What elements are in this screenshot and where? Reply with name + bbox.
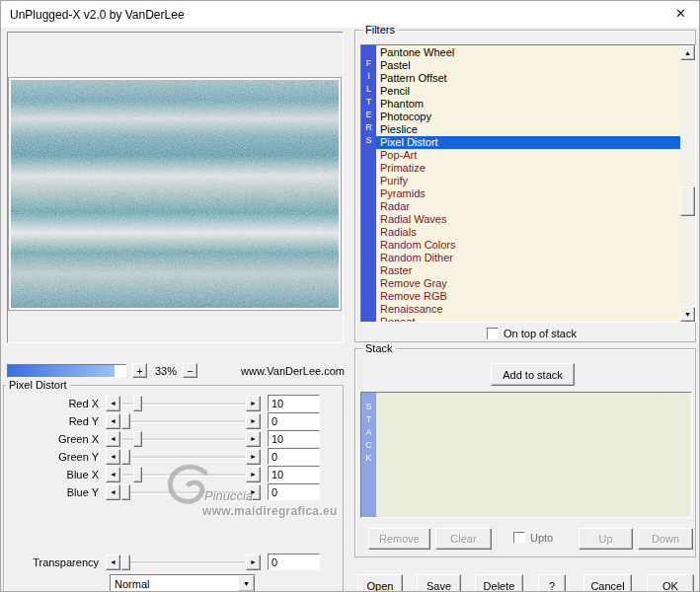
slider-row: Green X◄► bbox=[4, 430, 342, 447]
filter-item[interactable]: Random Dither bbox=[376, 252, 680, 264]
on-top-of-stack-checkbox[interactable] bbox=[487, 328, 499, 339]
filter-item[interactable]: Pastel bbox=[376, 59, 680, 72]
filter-item[interactable]: Raster bbox=[376, 264, 680, 277]
preview-image[interactable] bbox=[11, 80, 339, 308]
stack-vertical-bar: STACK bbox=[361, 393, 376, 517]
slider-value-input[interactable] bbox=[268, 395, 320, 411]
slider-track[interactable] bbox=[120, 431, 246, 447]
save-button[interactable]: Save bbox=[417, 574, 461, 592]
slider-thumb[interactable] bbox=[133, 396, 142, 411]
slider-left-arrow[interactable]: ◄ bbox=[106, 467, 120, 482]
filter-item[interactable]: Purify bbox=[376, 175, 680, 187]
slider-thumb[interactable] bbox=[121, 449, 130, 465]
slider-track[interactable] bbox=[120, 555, 246, 570]
filter-item[interactable]: Pantone Wheel bbox=[376, 46, 680, 59]
remove-button[interactable]: Remove bbox=[368, 528, 430, 550]
slider-right-arrow[interactable]: ► bbox=[246, 555, 261, 570]
filter-item[interactable]: Renaissance bbox=[376, 303, 680, 316]
stack-group-label: Stack bbox=[362, 342, 396, 354]
slider-right-arrow[interactable]: ► bbox=[246, 449, 261, 465]
slider-track[interactable] bbox=[120, 484, 246, 500]
slider-row: Red Y◄► bbox=[4, 412, 342, 429]
zoom-out-button[interactable]: − bbox=[183, 363, 197, 378]
filter-item[interactable]: Phantom bbox=[376, 98, 680, 111]
filters-listbox[interactable]: Pantone WheelPastelPattern OffsetPencilP… bbox=[376, 45, 680, 322]
add-to-stack-button[interactable]: Add to stack bbox=[491, 363, 575, 386]
slider-right-arrow[interactable]: ► bbox=[246, 484, 261, 500]
slider-track[interactable] bbox=[120, 396, 246, 411]
slider-right-arrow[interactable]: ► bbox=[246, 396, 261, 411]
delete-button[interactable]: Delete bbox=[475, 574, 523, 592]
pixel-distort-group-label: Pixel Distort bbox=[6, 379, 70, 391]
filter-item[interactable]: Pop-Art bbox=[376, 149, 680, 162]
blend-mode-combobox[interactable]: Normal ▼ bbox=[110, 574, 256, 592]
open-button[interactable]: Open bbox=[357, 574, 403, 592]
slider-track[interactable] bbox=[120, 467, 246, 482]
filter-item[interactable]: Random Colors bbox=[376, 239, 680, 252]
slider-thumb[interactable] bbox=[133, 467, 142, 482]
scrollbar-thumb[interactable] bbox=[680, 186, 695, 216]
vendor-site-link[interactable]: www.VanDerLee.com bbox=[241, 365, 345, 377]
slider-value-input[interactable] bbox=[268, 430, 320, 447]
slider-left-arrow[interactable]: ◄ bbox=[106, 413, 120, 429]
filter-item[interactable]: Pattern Offset bbox=[376, 72, 680, 85]
scroll-down-icon[interactable]: ▼ bbox=[680, 307, 695, 322]
filter-item[interactable]: Pyramids bbox=[376, 187, 680, 200]
ok-button[interactable]: OK bbox=[647, 574, 694, 592]
scroll-up-icon[interactable]: ▲ bbox=[680, 45, 695, 60]
slider-left-arrow[interactable]: ◄ bbox=[106, 431, 120, 447]
upto-checkbox[interactable] bbox=[513, 532, 525, 544]
slider-thumb[interactable] bbox=[121, 484, 130, 500]
slider-row: Transparency◄► bbox=[4, 554, 342, 570]
slider-track[interactable] bbox=[120, 449, 246, 465]
filter-item[interactable]: Repeat bbox=[376, 316, 680, 322]
filters-scrollbar[interactable]: ▲ ▼ bbox=[680, 45, 695, 322]
filter-item[interactable]: Pieslice bbox=[376, 123, 680, 136]
transparency-row-host: Transparency◄► bbox=[4, 554, 342, 570]
close-icon[interactable]: ✕ bbox=[675, 6, 686, 21]
filter-item[interactable]: Radar bbox=[376, 200, 680, 213]
scrollbar-track[interactable] bbox=[680, 60, 695, 307]
filter-item[interactable]: Primatize bbox=[376, 162, 680, 175]
slider-value-input[interactable] bbox=[268, 412, 320, 429]
filter-item[interactable]: Remove RGB bbox=[376, 290, 680, 303]
slider-track[interactable] bbox=[120, 413, 246, 429]
filter-item[interactable]: Radials bbox=[376, 226, 680, 239]
slider-value-input[interactable] bbox=[268, 466, 320, 482]
slider-right-arrow[interactable]: ► bbox=[246, 431, 261, 447]
filter-item[interactable]: Pixel Distort bbox=[376, 136, 680, 149]
chevron-down-icon[interactable]: ▼ bbox=[238, 575, 255, 592]
filter-item[interactable]: Radial Waves bbox=[376, 213, 680, 226]
slider-left-arrow[interactable]: ◄ bbox=[106, 449, 120, 465]
vertical-letter: I bbox=[367, 70, 370, 83]
stack-list[interactable] bbox=[376, 393, 691, 517]
filter-item[interactable]: Remove Gray bbox=[376, 277, 680, 290]
down-button[interactable]: Down bbox=[638, 528, 693, 550]
zoom-progress-bar[interactable] bbox=[7, 364, 126, 378]
zoom-in-button[interactable]: + bbox=[132, 363, 147, 378]
cancel-button[interactable]: Cancel bbox=[583, 574, 632, 592]
slider-thumb[interactable] bbox=[121, 413, 130, 429]
help-button[interactable]: ? bbox=[538, 574, 566, 592]
slider-value-input[interactable] bbox=[268, 448, 320, 465]
slider-left-arrow[interactable]: ◄ bbox=[106, 555, 120, 570]
slider-left-arrow[interactable]: ◄ bbox=[106, 484, 120, 500]
slider-label: Blue X bbox=[4, 469, 106, 481]
slider-label: Red X bbox=[4, 398, 106, 409]
slider-value-input[interactable] bbox=[268, 483, 320, 500]
clear-button[interactable]: Clear bbox=[435, 528, 492, 550]
slider-left-arrow[interactable]: ◄ bbox=[106, 396, 120, 411]
slider-thumb[interactable] bbox=[121, 555, 130, 570]
slider-label: Blue Y bbox=[4, 486, 106, 498]
slider-right-arrow[interactable]: ► bbox=[246, 413, 261, 429]
slider-right-arrow[interactable]: ► bbox=[246, 467, 261, 482]
slider-row: Blue Y◄► bbox=[4, 483, 342, 500]
filters-group-label: Filters bbox=[362, 24, 398, 36]
up-button[interactable]: Up bbox=[579, 528, 633, 550]
filter-item[interactable]: Pencil bbox=[376, 85, 680, 98]
window-title: UnPlugged-X v2.0 by VanDerLee bbox=[10, 8, 185, 22]
filter-item[interactable]: Photocopy bbox=[376, 111, 680, 123]
vertical-letter: S bbox=[365, 401, 371, 413]
slider-thumb[interactable] bbox=[133, 431, 142, 447]
slider-value-input[interactable] bbox=[268, 554, 320, 570]
